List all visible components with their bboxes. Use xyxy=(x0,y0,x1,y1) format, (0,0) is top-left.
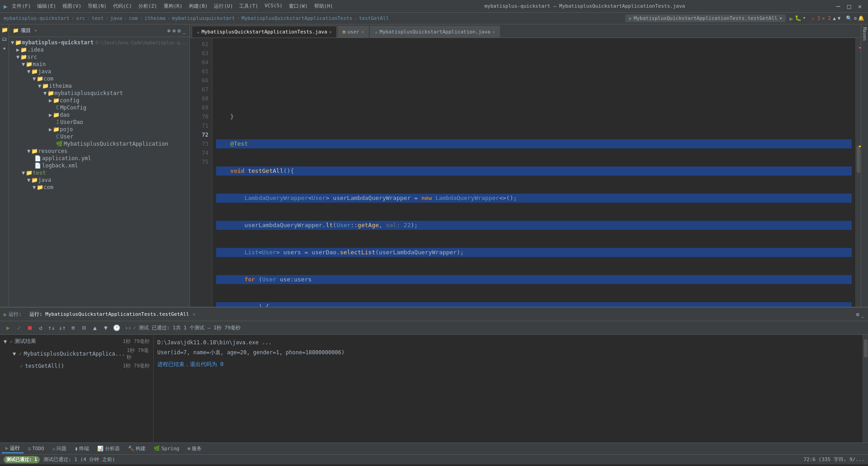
bc-method[interactable]: testGetAll xyxy=(359,15,389,21)
menu-view[interactable]: 视图(V) xyxy=(60,2,84,10)
chevron-up-icon[interactable]: ▲ xyxy=(833,15,836,21)
tab-close-icon[interactable]: ✕ xyxy=(492,29,495,34)
footer-tab-todo[interactable]: ☑ TODO xyxy=(24,445,48,452)
footer-tab-spring[interactable]: 🌿 Spring xyxy=(150,445,183,452)
tree-idea[interactable]: ▶ 📁 .idea xyxy=(9,46,189,53)
test-method-item[interactable]: ✓ testGetAll() 1秒 79毫秒 xyxy=(2,361,151,370)
settings-gear-icon[interactable]: ⚙ xyxy=(178,28,181,34)
close-run-tab-icon[interactable]: ✕ xyxy=(193,312,195,317)
bottom-scrollbar[interactable] xyxy=(863,335,868,442)
code-editor[interactable]: 62 63 64 65 66 67 68 69 70 71 72 73 74 7… xyxy=(190,38,861,307)
run-tab-label[interactable]: 运行: xyxy=(9,311,28,318)
more-run-options[interactable]: ▾ xyxy=(803,15,806,22)
window-controls[interactable]: ─ □ ✕ xyxy=(834,2,864,11)
bottom-tabs-bar[interactable]: ▶ 运行: 运行: MybatisplusQuickstartApplicati… xyxy=(0,308,868,321)
down-icon[interactable]: ▼ xyxy=(101,323,110,333)
tree-com[interactable]: ▼ 📁 com xyxy=(9,75,189,82)
bc-pkg[interactable]: mybatisplusquickstart xyxy=(172,15,235,21)
tree-userdao[interactable]: I UserDao xyxy=(9,119,189,126)
project-dropdown-icon[interactable]: ▾ xyxy=(34,28,37,33)
menu-help[interactable]: 帮助(H) xyxy=(311,2,336,10)
filter2-icon[interactable]: ⊟ xyxy=(80,323,89,333)
footer-tabs[interactable]: ▶ 运行 ☑ TODO ⚠ 问题 ▮ 终端 📊 分析器 🔨 构建 🌿 Sprin… xyxy=(0,442,868,454)
tab-app-java[interactable]: ☕ MybatisplusQuickstartApplication.java … xyxy=(370,26,500,38)
collapse-icon[interactable]: ≡ xyxy=(172,28,175,34)
tree-mybatisplusquickstart[interactable]: ▼ 📁 mybatisplusquickstart xyxy=(9,90,189,97)
tree-dao[interactable]: ▶ 📁 dao xyxy=(9,111,189,119)
notifications-icon[interactable]: 🔔 xyxy=(858,15,864,21)
tree-app[interactable]: 🌿 MybatisplusQuickstartApplication xyxy=(9,140,189,147)
editor-tabs[interactable]: ☕ MybatisplusQuickstartApplicationTests.… xyxy=(190,24,861,38)
maven-icon[interactable]: Maven xyxy=(861,26,868,42)
menu-vcs[interactable]: VCS(S) xyxy=(262,2,285,10)
tree-test[interactable]: ▼ 📁 test xyxy=(9,169,189,176)
tree-user[interactable]: C User xyxy=(9,133,189,140)
footer-tab-terminal[interactable]: ▮ 终端 xyxy=(71,444,93,453)
tree-src[interactable]: ▼ 📁 src xyxy=(9,53,189,61)
settings-bottom-icon[interactable]: ⚙ xyxy=(856,311,859,318)
sort-desc-icon[interactable]: ↓↑ xyxy=(58,323,67,333)
menu-run[interactable]: 运行(U) xyxy=(211,2,236,10)
bc-src[interactable]: src xyxy=(76,15,85,21)
tree-resources[interactable]: ▼ 📁 resources xyxy=(9,147,189,155)
tab-close-icon[interactable]: ✕ xyxy=(329,29,332,34)
footer-tab-run[interactable]: ▶ 运行 xyxy=(2,444,24,453)
run-config-tab-name[interactable]: 运行: MybatisplusQuickstartApplicationTest… xyxy=(29,311,189,318)
chevron-down-icon2[interactable]: ▼ xyxy=(838,15,841,21)
menu-analyze[interactable]: 分析(Z) xyxy=(136,2,160,10)
tab-close-icon[interactable]: ✕ xyxy=(361,29,364,34)
bc-root[interactable]: mybatisplus-quickstart xyxy=(4,15,70,21)
check-btn[interactable]: ✓ xyxy=(14,323,24,333)
menu-file[interactable]: 文件(F) xyxy=(9,2,33,10)
bottom-toolbar[interactable]: ▶ ✓ ⏹ ↺ ↑↓ ↓↑ ≡ ⊟ ▲ ▼ 🕐 ›› ✓ 测试 已通过: 1共 … xyxy=(0,321,868,335)
tree-test-com[interactable]: ▼ 📁 com xyxy=(9,184,189,191)
favorites-icon[interactable]: ★ xyxy=(3,45,6,51)
tree-mpconfig[interactable]: C MpConfig xyxy=(9,104,189,111)
tree-main[interactable]: ▼ 📁 main xyxy=(9,61,189,68)
play-btn[interactable]: ▶ xyxy=(4,323,13,333)
search-icon[interactable]: 🔍 xyxy=(846,15,852,21)
project-icon[interactable]: 📁 xyxy=(1,26,8,33)
run-config-dropdown[interactable]: ▶ MybatisplusQuickstartApplicationTests.… xyxy=(625,14,786,22)
close-button[interactable]: ✕ xyxy=(855,2,864,11)
editor-scrollbar[interactable] xyxy=(855,38,861,307)
code-content[interactable]: ▶ } @Test void testGetAll(){ LambdaQuery… xyxy=(212,38,855,307)
bc-com[interactable]: com xyxy=(129,15,138,21)
bc-java[interactable]: java xyxy=(110,15,123,21)
menu-refactor[interactable]: 重构(R) xyxy=(161,2,185,10)
rerun-btn[interactable]: ↺ xyxy=(36,323,45,333)
minimize-bottom-icon[interactable]: _ xyxy=(861,311,864,318)
scope-icon[interactable]: ⊕ xyxy=(167,28,170,34)
test-result-root[interactable]: ▼ ✓ 测试结果 1秒 79毫秒 xyxy=(2,337,151,346)
run-button[interactable]: ▶ xyxy=(789,15,793,22)
debug-button[interactable]: 🐛 xyxy=(795,15,802,22)
sort-asc-icon[interactable]: ↑↓ xyxy=(47,323,56,333)
footer-tab-problems[interactable]: ⚠ 问题 xyxy=(49,444,71,453)
menu-tools[interactable]: 工具(T) xyxy=(236,2,261,10)
menu-navigate[interactable]: 导航(N) xyxy=(85,2,109,10)
bc-itheima[interactable]: itheima xyxy=(145,15,165,21)
test-class-item[interactable]: ▼ ✓ MybatisplusQuickstartApplica... 1秒 7… xyxy=(2,346,151,361)
menu-build[interactable]: 构建(B) xyxy=(186,2,211,10)
tab-tests-java[interactable]: ☕ MybatisplusQuickstartApplicationTests.… xyxy=(192,26,337,38)
menu-bar[interactable]: 文件(F) 编辑(E) 视图(V) 导航(N) 代码(C) 分析(Z) 重构(R… xyxy=(9,2,335,10)
tree-itheima[interactable]: ▼ 📁 itheima xyxy=(9,82,189,90)
maximize-button[interactable]: □ xyxy=(844,2,854,11)
bc-class[interactable]: MybatisplusQuickstartApplicationTests xyxy=(241,15,352,21)
structure-icon[interactable]: 🗂 xyxy=(2,36,7,42)
tree-application-yml[interactable]: 📄 application.yml xyxy=(9,155,189,162)
bc-test[interactable]: test xyxy=(92,15,104,21)
filter-icon[interactable]: ≡ xyxy=(69,323,78,333)
menu-edit[interactable]: 编辑(E) xyxy=(34,2,59,10)
tab-user-db[interactable]: ⊞ user ✕ xyxy=(338,26,369,38)
minimize-button[interactable]: ─ xyxy=(834,2,843,11)
tree-config[interactable]: ▶ 📁 config xyxy=(9,97,189,104)
up-icon[interactable]: ▲ xyxy=(90,323,99,333)
tree-java[interactable]: ▼ 📁 java xyxy=(9,68,189,75)
tree-logback-xml[interactable]: 📄 logback.xml xyxy=(9,162,189,169)
test-results-tree[interactable]: ▼ ✓ 测试结果 1秒 79毫秒 ▼ ✓ MybatisplusQuicksta… xyxy=(0,335,154,442)
clock-icon[interactable]: 🕐 xyxy=(112,323,121,333)
project-tree[interactable]: ▼ 📁 mybatisplus-quickstart D:\Java\Java-… xyxy=(9,37,189,307)
menu-code[interactable]: 代码(C) xyxy=(110,2,135,10)
minimize-panel-icon[interactable]: _ xyxy=(183,28,186,34)
